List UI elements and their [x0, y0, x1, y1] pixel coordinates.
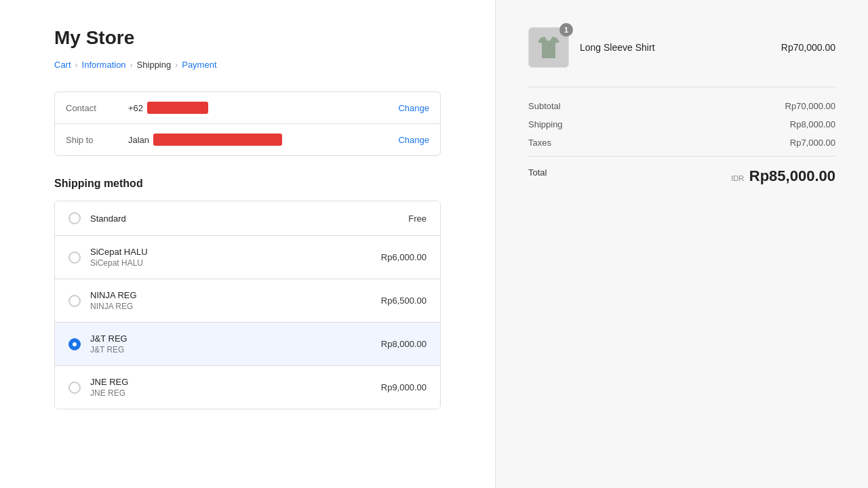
svg-marker-0 [538, 37, 559, 58]
shipping-option-sicepat[interactable]: SiCepat HALU SiCepat HALU Rp6,000.00 [55, 236, 440, 279]
option-sub-jt: J&T REG [90, 345, 372, 354]
order-totals: Subtotal Rp70,000.00 Shipping Rp8,000.00… [528, 87, 835, 185]
option-info-sicepat: SiCepat HALU SiCepat HALU [90, 247, 372, 268]
option-sub-sicepat: SiCepat HALU [90, 258, 372, 268]
option-price-standard: Free [408, 214, 427, 224]
shipping-value: Rp8,000.00 [790, 119, 835, 129]
item-details: Long Sleeve Shirt [580, 42, 770, 53]
shipping-row: Shipping Rp8,000.00 [528, 119, 835, 129]
shipto-change-link[interactable]: Change [398, 135, 429, 145]
total-amount: IDR Rp85,000.00 [731, 167, 835, 185]
option-price-jt: Rp8,000.00 [381, 339, 427, 349]
shipto-redacted [153, 134, 282, 146]
item-price: Rp70,000.00 [781, 42, 835, 53]
breadcrumb: Cart › Information › Shipping › Payment [54, 60, 441, 70]
shipping-option-jt[interactable]: J&T REG J&T REG Rp8,000.00 [55, 323, 440, 366]
option-info-jt: J&T REG J&T REG [90, 333, 372, 354]
right-panel: 1 Long Sleeve Shirt Rp70,000.00 Subtotal… [495, 0, 868, 488]
subtotal-row: Subtotal Rp70,000.00 [528, 101, 835, 111]
subtotal-value: Rp70,000.00 [785, 101, 835, 111]
order-item: 1 Long Sleeve Shirt Rp70,000.00 [528, 27, 835, 68]
contact-value: +62 [128, 102, 390, 114]
item-image-wrap: 1 [528, 27, 569, 68]
shipping-options-list: Standard Free SiCepat HALU SiCepat HALU … [54, 201, 441, 409]
breadcrumb-sep-1: › [75, 60, 78, 70]
shipping-label: Shipping [528, 119, 563, 129]
radio-standard[interactable] [68, 212, 81, 224]
option-info-standard: Standard [90, 214, 399, 224]
shipping-option-jne[interactable]: JNE REG JNE REG Rp9,000.00 [55, 366, 440, 409]
breadcrumb-sep-2: › [130, 60, 133, 70]
breadcrumb-information[interactable]: Information [82, 60, 126, 70]
contact-redacted [147, 102, 208, 114]
store-title: My Store [54, 27, 441, 49]
breadcrumb-sep-3: › [175, 60, 178, 70]
contact-label: Contact [66, 103, 120, 113]
option-info-jne: JNE REG JNE REG [90, 377, 372, 398]
grand-total-row: Total IDR Rp85,000.00 [528, 156, 835, 185]
option-info-ninja: NINJA REG NINJA REG [90, 290, 372, 311]
radio-ninja[interactable] [68, 295, 81, 307]
radio-jt[interactable] [68, 338, 81, 350]
item-quantity-badge: 1 [559, 23, 573, 37]
contact-row: Contact +62 Change [55, 92, 440, 124]
shipto-label: Ship to [66, 135, 120, 145]
shipping-option-ninja[interactable]: NINJA REG NINJA REG Rp6,500.00 [55, 279, 440, 323]
contact-prefix: +62 [128, 103, 143, 113]
item-name: Long Sleeve Shirt [580, 42, 770, 53]
info-box: Contact +62 Change Ship to Jalan Change [54, 92, 441, 156]
shipto-prefix: Jalan [128, 135, 149, 145]
total-currency: IDR [731, 174, 744, 182]
option-name-ninja: NINJA REG [90, 290, 372, 300]
option-name-jt: J&T REG [90, 333, 372, 344]
breadcrumb-cart[interactable]: Cart [54, 60, 71, 70]
total-value: Rp85,000.00 [749, 167, 835, 184]
shipto-value: Jalan [128, 134, 390, 146]
shipping-method-title: Shipping method [54, 178, 441, 190]
shipping-option-standard[interactable]: Standard Free [55, 201, 440, 236]
subtotal-label: Subtotal [528, 101, 561, 111]
shipto-row: Ship to Jalan Change [55, 124, 440, 155]
breadcrumb-payment: Payment [182, 60, 216, 70]
contact-change-link[interactable]: Change [398, 103, 429, 113]
taxes-label: Taxes [528, 138, 551, 148]
shirt-icon [534, 33, 564, 62]
option-sub-ninja: NINJA REG [90, 302, 372, 311]
taxes-value: Rp7,000.00 [790, 138, 835, 148]
taxes-row: Taxes Rp7,000.00 [528, 138, 835, 148]
option-name-standard: Standard [90, 214, 399, 224]
option-name-jne: JNE REG [90, 377, 372, 387]
left-panel: My Store Cart › Information › Shipping ›… [0, 0, 495, 488]
shipping-method-section: Shipping method Standard Free SiCepat HA… [54, 178, 441, 409]
option-price-jne: Rp9,000.00 [381, 382, 427, 392]
option-name-sicepat: SiCepat HALU [90, 247, 372, 257]
total-label: Total [528, 167, 547, 185]
breadcrumb-shipping: Shipping [137, 60, 172, 70]
option-sub-jne: JNE REG [90, 388, 372, 398]
radio-sicepat[interactable] [68, 251, 81, 264]
option-price-sicepat: Rp6,000.00 [381, 252, 427, 262]
radio-jne[interactable] [68, 382, 81, 394]
option-price-ninja: Rp6,500.00 [381, 296, 427, 306]
